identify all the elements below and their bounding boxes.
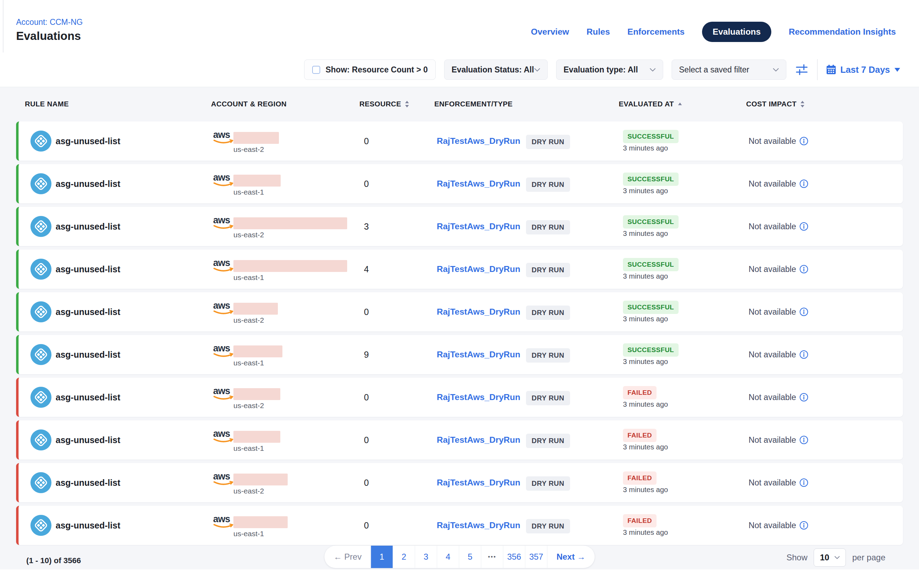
info-icon[interactable] bbox=[799, 307, 808, 317]
enforcement-link[interactable]: RajTestAws_DryRun bbox=[437, 506, 520, 545]
aws-logo-icon: aws bbox=[213, 429, 233, 445]
sort-icon[interactable] bbox=[405, 100, 409, 108]
page-size-dropdown[interactable]: 10 bbox=[814, 548, 846, 567]
aws-logo-icon: aws bbox=[213, 216, 233, 231]
enforcement-link[interactable]: RajTestAws_DryRun bbox=[437, 164, 520, 204]
redacted-account-id bbox=[233, 132, 279, 144]
column-header: ACCOUNT & REGION bbox=[211, 100, 287, 108]
sort-asc-icon[interactable] bbox=[678, 102, 682, 106]
governance-rule-icon bbox=[31, 258, 52, 279]
filter-settings-icon[interactable] bbox=[795, 63, 809, 76]
enforcement-link[interactable]: RajTestAws_DryRun bbox=[437, 250, 520, 289]
cost-impact-value: Not available bbox=[749, 137, 796, 146]
date-range-picker[interactable]: Last 7 Days bbox=[826, 65, 900, 75]
sort-icon[interactable] bbox=[800, 100, 805, 108]
page-button-356[interactable]: 356 bbox=[503, 546, 525, 568]
rule-name: asg-unused-list bbox=[56, 164, 120, 204]
region-label: us-east-1 bbox=[233, 444, 264, 452]
redacted-account-id bbox=[233, 431, 280, 443]
cost-impact-cell: Not available bbox=[749, 164, 808, 204]
resource-count-label: Show: Resource Count > 0 bbox=[325, 65, 428, 74]
evaluation-type-badge: DRY RUN bbox=[526, 305, 570, 320]
saved-filter-dropdown[interactable]: Select a saved filter bbox=[672, 60, 787, 80]
resource-count: 0 bbox=[364, 463, 369, 502]
next-page-button[interactable]: Next → bbox=[547, 546, 594, 568]
resource-count: 0 bbox=[364, 121, 369, 161]
table-row[interactable]: asg-unused-list aws us-east-2 0 RajTestA… bbox=[16, 463, 903, 502]
resource-count: 0 bbox=[364, 420, 369, 460]
status-badge: SUCCESSFUL bbox=[623, 343, 678, 357]
cost-impact-value: Not available bbox=[749, 393, 796, 402]
info-icon[interactable] bbox=[799, 478, 808, 487]
evaluated-time: 3 minutes ago bbox=[623, 272, 668, 280]
page-button-3[interactable]: 3 bbox=[415, 546, 437, 568]
evaluated-time: 3 minutes ago bbox=[623, 528, 668, 536]
breadcrumb-account-link[interactable]: Account: CCM-NG bbox=[16, 18, 82, 27]
pagination-range-text: (1 - 10) of 3566 bbox=[26, 556, 81, 565]
enforcement-link[interactable]: RajTestAws_DryRun bbox=[437, 335, 520, 374]
page-button-5[interactable]: 5 bbox=[459, 546, 481, 568]
table-row[interactable]: asg-unused-list aws us-east-2 0 RajTestA… bbox=[16, 292, 903, 331]
table-row[interactable]: asg-unused-list aws us-east-2 0 RajTestA… bbox=[16, 121, 903, 161]
info-icon[interactable] bbox=[799, 265, 808, 274]
governance-rule-icon bbox=[31, 515, 52, 536]
enforcement-link[interactable]: RajTestAws_DryRun bbox=[437, 378, 520, 417]
table-row[interactable]: asg-unused-list aws us-east-1 0 RajTestA… bbox=[16, 164, 903, 204]
table-row[interactable]: asg-unused-list aws us-east-2 0 RajTestA… bbox=[16, 378, 903, 417]
info-icon[interactable] bbox=[799, 179, 808, 188]
evaluation-type-badge: DRY RUN bbox=[526, 348, 570, 363]
evaluation-type-badge: DRY RUN bbox=[526, 178, 570, 192]
rule-name: asg-unused-list bbox=[56, 420, 120, 460]
evaluation-type-badge: DRY RUN bbox=[526, 519, 570, 533]
enforcement-link[interactable]: RajTestAws_DryRun bbox=[437, 420, 520, 460]
page-button-4[interactable]: 4 bbox=[437, 546, 459, 568]
resource-count-checkbox[interactable] bbox=[312, 66, 320, 74]
table-header-row: RULE NAME ACCOUNT & REGION RESOURCE ENFO… bbox=[0, 87, 919, 111]
status-badge: FAILED bbox=[623, 386, 657, 399]
enforcement-link[interactable]: RajTestAws_DryRun bbox=[437, 121, 520, 161]
enforcement-link[interactable]: RajTestAws_DryRun bbox=[437, 463, 520, 502]
info-icon[interactable] bbox=[799, 137, 808, 145]
page-button-1[interactable]: 1 bbox=[371, 546, 392, 568]
cost-impact-value: Not available bbox=[749, 179, 796, 189]
page-button-357[interactable]: 357 bbox=[525, 546, 547, 568]
cost-impact-cell: Not available bbox=[749, 335, 808, 374]
region-label: us-east-2 bbox=[233, 316, 264, 325]
evaluation-status-dropdown[interactable]: Evaluation Status: All bbox=[444, 60, 548, 80]
top-nav-tab-overview[interactable]: Overview bbox=[531, 27, 569, 37]
evaluated-time: 3 minutes ago bbox=[623, 144, 668, 152]
status-badge: SUCCESSFUL bbox=[623, 215, 678, 229]
evaluation-status-value: Evaluation Status: All bbox=[451, 65, 534, 74]
enforcement-link[interactable]: RajTestAws_DryRun bbox=[437, 207, 520, 246]
table-row[interactable]: asg-unused-list aws us-east-2 3 RajTestA… bbox=[16, 207, 903, 246]
prev-page-button[interactable]: ← Prev bbox=[325, 546, 371, 568]
governance-rule-icon bbox=[31, 216, 52, 237]
table-row[interactable]: asg-unused-list aws us-east-1 0 RajTestA… bbox=[16, 506, 903, 545]
chevron-down-icon bbox=[649, 68, 656, 72]
table-row[interactable]: asg-unused-list aws us-east-1 0 RajTestA… bbox=[16, 420, 903, 460]
top-nav-tab-recommendation-insights[interactable]: Recommendation Insights bbox=[789, 27, 896, 37]
evaluated-time: 3 minutes ago bbox=[623, 187, 668, 195]
info-icon[interactable] bbox=[799, 435, 808, 444]
enforcement-link[interactable]: RajTestAws_DryRun bbox=[437, 292, 520, 331]
evaluations-page: Account: CCM-NG Evaluations Overview Rul… bbox=[0, 0, 919, 588]
info-icon[interactable] bbox=[799, 521, 808, 530]
cost-impact-value: Not available bbox=[749, 307, 796, 317]
aws-logo-icon: aws bbox=[213, 130, 233, 146]
top-nav-tab-enforcements[interactable]: Enforcements bbox=[627, 27, 685, 37]
calendar-icon bbox=[826, 65, 837, 75]
rule-name: asg-unused-list bbox=[56, 506, 120, 545]
page-button-2[interactable]: 2 bbox=[392, 546, 415, 568]
table-row[interactable]: asg-unused-list aws us-east-1 4 RajTestA… bbox=[16, 250, 903, 289]
info-icon[interactable] bbox=[799, 350, 808, 359]
info-icon[interactable] bbox=[799, 222, 808, 231]
top-nav-tab-evaluations[interactable]: Evaluations bbox=[702, 22, 771, 42]
table-row[interactable]: asg-unused-list aws us-east-1 9 RajTestA… bbox=[16, 335, 903, 374]
info-icon[interactable] bbox=[799, 393, 808, 402]
status-badge: FAILED bbox=[623, 472, 657, 485]
cost-impact-value: Not available bbox=[749, 222, 796, 231]
evaluation-type-dropdown[interactable]: Evaluation type: All bbox=[556, 60, 663, 80]
resource-count-toggle[interactable]: Show: Resource Count > 0 bbox=[304, 60, 436, 80]
evaluation-type-badge: DRY RUN bbox=[526, 263, 570, 277]
top-nav-tab-rules[interactable]: Rules bbox=[586, 27, 610, 37]
